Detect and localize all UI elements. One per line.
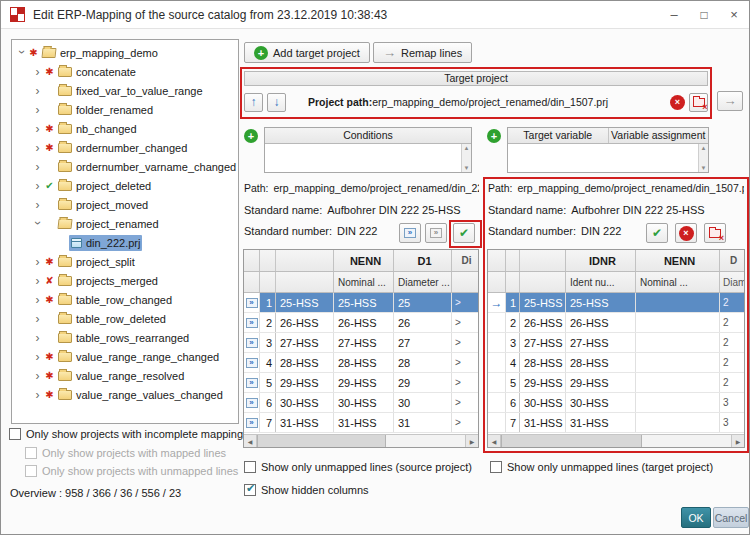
expand-arrow-icon[interactable] bbox=[32, 331, 43, 345]
target-table-row[interactable]: 4 28-HSS 28-HSS 2 bbox=[488, 353, 744, 373]
expand-arrow-icon[interactable] bbox=[32, 293, 43, 307]
move-down-button[interactable]: ↓ bbox=[267, 93, 286, 112]
add-assignment-button[interactable] bbox=[487, 129, 501, 143]
tree-item[interactable]: din_222.prj bbox=[12, 233, 238, 252]
tree-item[interactable]: ordernumber_changed bbox=[12, 138, 238, 157]
expand-arrow-icon[interactable] bbox=[32, 350, 43, 364]
conditions-scrollbar[interactable]: ▲▼ bbox=[461, 144, 471, 172]
show-mapped-lines-button[interactable] bbox=[399, 223, 421, 243]
tree-item[interactable]: project_deleted bbox=[12, 176, 238, 195]
tree-item[interactable]: value_range_range_changed bbox=[12, 347, 238, 366]
target-variable-column-header: Target variable bbox=[508, 128, 609, 143]
target-project-header: Target project bbox=[244, 71, 708, 86]
target-table-row[interactable]: 7 31-HSS 31-HSS 3 bbox=[488, 413, 744, 433]
jump-to-target-button[interactable] bbox=[717, 91, 743, 111]
source-table-row[interactable]: 7 31-HSS 31-HSS 31 > bbox=[244, 413, 478, 433]
scroll-up-icon[interactable]: ▲ bbox=[701, 145, 707, 151]
source-table-row[interactable]: 4 28-HSS 28-HSS 28 > bbox=[244, 353, 478, 373]
maximize-button[interactable]: □ bbox=[689, 1, 719, 28]
ok-button[interactable]: OK bbox=[681, 507, 711, 528]
show-hidden-columns-checkbox[interactable]: Show hidden columns bbox=[244, 484, 369, 496]
scroll-up-icon[interactable]: ▲ bbox=[464, 145, 470, 151]
tree-item[interactable]: project_moved bbox=[12, 195, 238, 214]
expand-arrow-icon[interactable] bbox=[32, 65, 43, 79]
source-table-row[interactable]: 2 26-HSS 26-HSS 26 > bbox=[244, 313, 478, 333]
tree-item[interactable]: table_rows_rearranged bbox=[12, 328, 238, 347]
scroll-right-icon[interactable]: ▶ bbox=[465, 435, 478, 447]
source-table-row[interactable]: 1 25-HSS 25-HSS 25 > bbox=[244, 293, 478, 313]
expand-arrow-icon[interactable] bbox=[32, 369, 43, 383]
source-table-row[interactable]: 3 27-HSS 27-HSS 27 > bbox=[244, 333, 478, 353]
tree-item[interactable]: concatenate bbox=[12, 62, 238, 81]
expand-arrow-icon[interactable] bbox=[32, 312, 43, 326]
target-col-idnr[interactable]: IDNR bbox=[566, 250, 636, 271]
target-table-row[interactable]: 5 29-HSS 29-HSS 2 bbox=[488, 373, 744, 393]
expand-arrow-icon[interactable] bbox=[32, 103, 43, 117]
tree-item[interactable]: projects_merged bbox=[12, 271, 238, 290]
scroll-down-icon[interactable]: ▼ bbox=[701, 165, 707, 171]
scroll-right-icon[interactable]: ▶ bbox=[731, 435, 744, 447]
expand-arrow-icon[interactable] bbox=[32, 179, 43, 193]
cancel-button[interactable]: Cancel bbox=[713, 507, 749, 528]
tree-item[interactable]: erp_mapping_demo bbox=[12, 43, 238, 62]
expand-arrow-icon[interactable] bbox=[32, 84, 43, 98]
scroll-left-icon[interactable]: ◀ bbox=[244, 435, 257, 447]
arrow-up-icon: ↑ bbox=[251, 95, 257, 109]
expand-arrow-icon[interactable] bbox=[16, 46, 27, 60]
expand-arrow-icon[interactable] bbox=[32, 141, 43, 155]
tree-item[interactable]: project_renamed bbox=[12, 214, 238, 233]
source-table-row[interactable]: 6 30-HSS 30-HSS 30 > bbox=[244, 393, 478, 413]
source-horizontal-scrollbar[interactable]: ◀ ▶ bbox=[244, 434, 478, 447]
expand-arrow-icon[interactable] bbox=[32, 274, 43, 288]
target-horizontal-scrollbar[interactable]: ◀ ▶ bbox=[488, 434, 744, 447]
close-button[interactable]: × bbox=[719, 1, 749, 28]
tree-item[interactable]: folder_renamed bbox=[12, 100, 238, 119]
tree-item[interactable]: project_split bbox=[12, 252, 238, 271]
tree-item[interactable]: nb_changed bbox=[12, 119, 238, 138]
add-condition-button[interactable] bbox=[244, 129, 258, 143]
target-table-row[interactable]: 6 30-HSS 30-HSS 3 bbox=[488, 393, 744, 413]
filter-incomplete-checkbox[interactable]: Only show projects with incomplete mappi… bbox=[9, 428, 249, 440]
move-up-button[interactable]: ↑ bbox=[244, 93, 263, 112]
minimize-button[interactable]: – bbox=[659, 1, 689, 28]
scroll-down-icon[interactable]: ▼ bbox=[464, 165, 470, 171]
filter-mapped-checkbox[interactable]: Only show projects with mapped lines bbox=[25, 447, 226, 459]
remap-lines-button[interactable]: Remap lines bbox=[373, 42, 472, 63]
tree-item[interactable]: table_row_changed bbox=[12, 290, 238, 309]
expand-arrow-icon[interactable] bbox=[32, 217, 43, 231]
confirm-target-button[interactable] bbox=[646, 223, 668, 243]
source-table-row[interactable]: 5 29-HSS 29-HSS 29 > bbox=[244, 373, 478, 393]
target-table-row[interactable]: 1 25-HSS 25-HSS 2 bbox=[488, 293, 744, 313]
filter-unmapped-checkbox[interactable]: Only show projects with unmapped lines bbox=[25, 465, 238, 477]
target-table-row[interactable]: 3 27-HSS 27-HSS 2 bbox=[488, 333, 744, 353]
tree-item[interactable]: fixed_var_to_value_range bbox=[12, 81, 238, 100]
tree-item[interactable]: value_range_values_changed bbox=[12, 385, 238, 404]
target-unmapped-checkbox[interactable]: Show only unmapped lines (target project… bbox=[490, 461, 713, 473]
expand-arrow-icon[interactable] bbox=[32, 388, 43, 402]
assignment-scrollbar[interactable]: ▲▼ bbox=[698, 144, 708, 172]
source-col-d1[interactable]: D1 bbox=[394, 250, 452, 271]
remove-target-folder-button[interactable] bbox=[704, 223, 726, 243]
open-target-project-button[interactable] bbox=[689, 93, 708, 112]
show-unmapped-lines-button[interactable] bbox=[425, 223, 447, 243]
source-col-di[interactable]: Di bbox=[452, 250, 478, 271]
expand-arrow-icon[interactable] bbox=[32, 160, 43, 174]
tree-item[interactable]: value_range_resolved bbox=[12, 366, 238, 385]
expand-arrow-icon[interactable] bbox=[32, 255, 43, 269]
scroll-thumb[interactable] bbox=[257, 435, 386, 447]
scroll-left-icon[interactable]: ◀ bbox=[488, 435, 501, 447]
scroll-thumb[interactable] bbox=[501, 435, 642, 447]
remove-target-project-icon[interactable] bbox=[670, 95, 685, 110]
tree-item[interactable]: ordernumber_varname_changed bbox=[12, 157, 238, 176]
target-col-d[interactable]: D bbox=[720, 250, 744, 271]
accept-mapping-button[interactable] bbox=[453, 223, 475, 243]
expand-arrow-icon[interactable] bbox=[32, 198, 43, 212]
target-table-row[interactable]: 2 26-HSS 26-HSS 2 bbox=[488, 313, 744, 333]
tree-item[interactable]: table_row_deleted bbox=[12, 309, 238, 328]
add-target-project-button[interactable]: Add target project bbox=[244, 42, 370, 63]
source-unmapped-checkbox[interactable]: Show only unmapped lines (source project… bbox=[244, 461, 472, 473]
target-col-nenn[interactable]: NENN bbox=[636, 250, 720, 271]
source-col-nenn[interactable]: NENN bbox=[334, 250, 394, 271]
reject-target-button[interactable] bbox=[675, 223, 697, 243]
expand-arrow-icon[interactable] bbox=[32, 122, 43, 136]
